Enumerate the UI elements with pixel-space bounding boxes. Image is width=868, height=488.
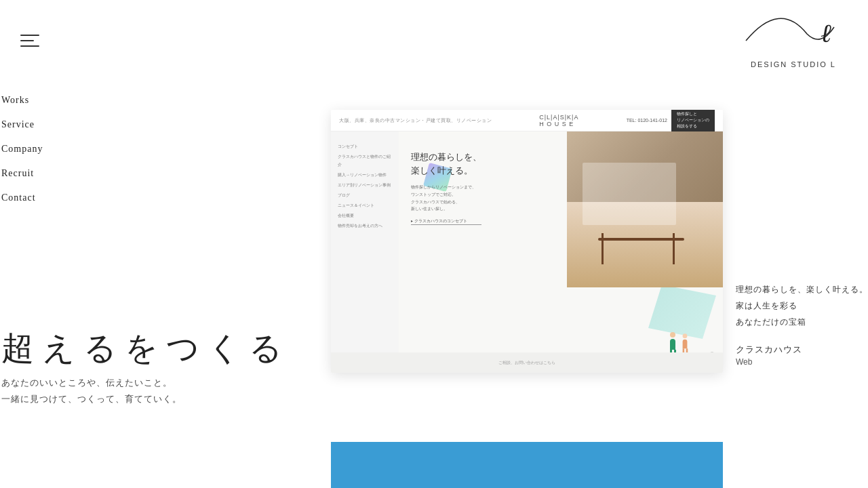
logo-text: DESIGN STUDIO L bbox=[751, 60, 836, 68]
preview-hero-title: 理想の暮らしを、 楽しく叶える。 bbox=[411, 150, 481, 177]
figure-body bbox=[670, 339, 675, 350]
preview-sidebar-item[interactable]: 会社概要 bbox=[338, 211, 392, 220]
hero-sub-line1: あなたのいいところや、伝えたいこと。 bbox=[1, 375, 290, 392]
preview-main-area: 理想の暮らしを、 楽しく叶える。 物件探しからリノベーションまで、 ワンストップ… bbox=[399, 131, 723, 373]
work-tagline-1: 理想の暮らしを、楽しく叶える。 bbox=[736, 281, 868, 298]
figure-head bbox=[670, 332, 675, 338]
preview-table-leg bbox=[601, 233, 604, 264]
preview-sidebar-item[interactable]: コンセプト bbox=[338, 142, 392, 150]
work-tagline-2: 家は人生を彩る bbox=[736, 298, 868, 314]
site-header: ℓ DESIGN STUDIO L bbox=[0, 0, 868, 75]
preview-table-top bbox=[598, 238, 684, 241]
preview-hero-title-line2: 楽しく叶える。 bbox=[411, 165, 473, 176]
work-info: 理想の暮らしを、楽しく叶える。 家は人生を彩る あなただけの宝箱 クラスカハウス… bbox=[736, 281, 868, 367]
preview-shape-teal bbox=[648, 285, 716, 339]
preview-bottom-text: ご相談、お問い合わせはこちら bbox=[498, 360, 555, 366]
preview-sidebar-item[interactable]: ニュース＆イベント bbox=[338, 201, 392, 209]
preview-nav-text: 大阪、兵庫、奈良の中古マンション・戸建て買取、リノベーション bbox=[339, 117, 492, 124]
preview-sidebar-item[interactable]: ブログ bbox=[338, 191, 392, 199]
preview-sidebar-item[interactable]: エリア別リノベーション事例 bbox=[338, 181, 392, 189]
preview-body: コンセプト クラスカハウスと物件のご紹介 購入→リノベーション物件 エリア別リノ… bbox=[331, 131, 723, 373]
nav-service[interactable]: Service bbox=[1, 119, 43, 130]
nav-recruit[interactable]: Recruit bbox=[1, 168, 43, 179]
figure-body-2 bbox=[683, 340, 688, 349]
preview-sidebar-item[interactable]: 購入→リノベーション物件 bbox=[338, 171, 392, 179]
preview-cta-btn[interactable]: 物件探しと リノベーションの 相談をする bbox=[671, 110, 715, 132]
preview-figure-2 bbox=[682, 333, 688, 351]
hero-sub-text: あなたのいいところや、伝えたいこと。 一緒に見つけて、つくって、育てていく。 bbox=[1, 375, 290, 408]
work-name: クラスカハウス bbox=[736, 344, 868, 356]
hamburger-line-1 bbox=[20, 35, 39, 36]
preview-photo-bg bbox=[567, 131, 723, 287]
preview-bottom-bar: ご相談、お問い合わせはこちら bbox=[331, 352, 723, 373]
hamburger-line-2 bbox=[20, 40, 34, 41]
preview-sidebar-item[interactable]: 物件売却をお考えの方へ bbox=[338, 222, 392, 230]
hero-main-text: 超えるをつくる bbox=[1, 331, 290, 367]
main-nav: Works Service Company Recruit Contact bbox=[0, 95, 43, 203]
preview-btn-line3: 相談をする bbox=[677, 123, 709, 129]
bottom-blue-section bbox=[331, 442, 723, 488]
preview-figure-1 bbox=[669, 332, 677, 352]
work-tagline-3: あなただけの宝箱 bbox=[736, 314, 868, 330]
logo-symbol: ℓ bbox=[739, 7, 848, 59]
hamburger-menu[interactable] bbox=[20, 35, 39, 47]
preview-btn-line2: リノベーションの bbox=[677, 117, 709, 123]
hero-tagline: 超えるをつくる あなたのいいところや、伝えたいこと。 一緒に見つけて、つくって、… bbox=[0, 331, 290, 408]
preview-header-right: TEL: 0120-141-012 物件探しと リノベーションの 相談をする bbox=[627, 110, 715, 132]
preview-btn-line1: 物件探しと bbox=[677, 111, 709, 117]
nav-company[interactable]: Company bbox=[1, 144, 43, 155]
preview-room-photo bbox=[567, 131, 723, 287]
hero-sub-line2: 一緒に見つけて、つくって、育てていく。 bbox=[1, 391, 290, 408]
preview-figures bbox=[669, 332, 689, 352]
hamburger-line-3 bbox=[20, 45, 39, 47]
preview-card: 大阪、兵庫、奈良の中古マンション・戸建て買取、リノベーション C|L|A|S|K… bbox=[331, 110, 723, 373]
preview-hero-title-line1: 理想の暮らしを、 bbox=[411, 152, 481, 162]
preview-hero-link[interactable]: ▸ クラスカハウスのコンセプト bbox=[411, 218, 481, 225]
preview-card-inner: 大阪、兵庫、奈良の中古マンション・戸建て買取、リノベーション C|L|A|S|K… bbox=[331, 110, 723, 373]
preview-window bbox=[583, 163, 676, 225]
preview-sidebar-item[interactable]: クラスカハウスと物件のご紹介 bbox=[338, 152, 392, 169]
preview-sidebar: コンセプト クラスカハウスと物件のご紹介 購入→リノベーション物件 エリア別リノ… bbox=[331, 131, 399, 373]
preview-header: 大阪、兵庫、奈良の中古マンション・戸建て買取、リノベーション C|L|A|S|K… bbox=[331, 110, 723, 131]
preview-hero-desc: 物件探しからリノベーションまで、 ワンストップでご対応。 クラスカハウスで始める… bbox=[411, 184, 481, 213]
preview-table-leg-right bbox=[673, 233, 675, 264]
nav-contact[interactable]: Contact bbox=[1, 192, 43, 203]
figure-head-2 bbox=[683, 333, 688, 338]
preview-tel: TEL: 0120-141-012 bbox=[627, 118, 667, 123]
site-logo[interactable]: ℓ DESIGN STUDIO L bbox=[739, 7, 848, 68]
work-type: Web bbox=[736, 357, 868, 367]
work-taglines: 理想の暮らしを、楽しく叶える。 家は人生を彩る あなただけの宝箱 bbox=[736, 281, 868, 330]
preview-logo: C|L|A|S|K|AH O U S E bbox=[539, 114, 578, 127]
nav-works[interactable]: Works bbox=[1, 95, 43, 106]
preview-hero-text: 理想の暮らしを、 楽しく叶える。 物件探しからリノベーションまで、 ワンストップ… bbox=[411, 150, 481, 225]
svg-text:ℓ: ℓ bbox=[821, 19, 831, 47]
